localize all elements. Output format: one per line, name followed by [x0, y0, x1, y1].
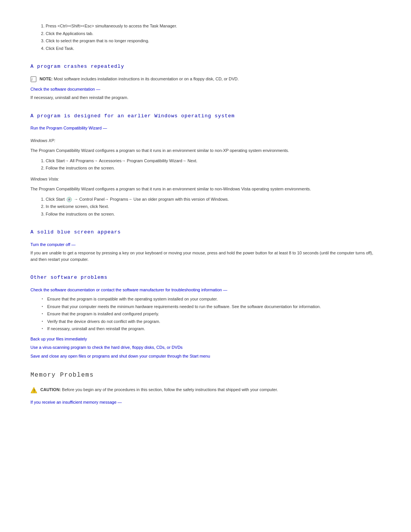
backup-files-link[interactable]: Back up your files immediately — [30, 337, 87, 341]
other-software-section: Other software problems Check the softwa… — [30, 274, 381, 359]
turn-off-link-row: Turn the computer off — [30, 241, 381, 248]
vista-step-2: In the welcome screen, click Next. — [46, 203, 381, 210]
svg-text:!: ! — [33, 389, 35, 393]
xp-step-1: Click Start→ All Programs→ Accessories→ … — [46, 158, 381, 164]
earlier-windows-section: A program is designed for an earlier Win… — [30, 112, 381, 217]
turn-off-link[interactable]: Turn the computer off — [30, 242, 76, 247]
intro-step-4: Click End Task. — [46, 45, 381, 52]
xp-steps-list: Click Start→ All Programs→ Accessories→ … — [46, 158, 381, 171]
intro-step-2: Click the Applications tab. — [46, 30, 381, 37]
note-icon: i — [30, 76, 37, 82]
program-crashes-body: If necessary, uninstall and then reinsta… — [30, 94, 381, 101]
insufficient-memory-link-row: If you receive an insufficient memory me… — [30, 399, 381, 406]
check-software-doc-link[interactable]: Check the software documentation — [30, 87, 100, 91]
intro-step-1: Press <Ctrl><Shift><Esc> simultaneously … — [46, 23, 381, 29]
vista-step-3: Follow the instructions on the screen. — [46, 211, 381, 217]
other-software-title: Other software problems — [30, 274, 381, 281]
xp-subsection: Windows XP: The Program Compatibility Wi… — [30, 137, 381, 171]
program-crashes-section: A program crashes repeatedly i NOTE: NOT… — [30, 63, 381, 101]
caution-icon: ! — [30, 387, 37, 394]
bullet-3: Ensure that the program is installed and… — [42, 311, 381, 317]
earlier-windows-title: A program is designed for an earlier Win… — [30, 112, 381, 120]
bullet-1: Ensure that the program is compatible wi… — [42, 296, 381, 302]
intro-section: Press <Ctrl><Shift><Esc> simultaneously … — [30, 23, 381, 51]
vista-body: The Program Compatibility Wizard configu… — [30, 186, 381, 192]
windows-logo-icon — [67, 197, 72, 202]
compatibility-wizard-link-row: Run the Program Compatibility Wizard — [30, 125, 381, 131]
vista-label: Windows Vista: — [30, 176, 381, 182]
backup-files-link-row: Back up your files immediately — [30, 336, 381, 342]
virus-scan-link-row: Use a virus-scanning program to check th… — [30, 344, 381, 351]
blue-screen-title: A solid blue screen appears — [30, 228, 381, 236]
bullet-2: Ensure that your computer meets the mini… — [42, 304, 381, 310]
xp-label: Windows XP: — [30, 137, 381, 144]
save-close-link[interactable]: Save and close any open files or program… — [30, 354, 210, 358]
blue-screen-body: If you are unable to get a response by p… — [30, 250, 381, 262]
virus-scan-link[interactable]: Use a virus-scanning program to check th… — [30, 345, 183, 350]
memory-problems-title: Memory Problems — [30, 371, 381, 380]
intro-step-3: Click to select the program that is no l… — [46, 38, 381, 44]
vista-steps-list: Click Start → Control Panel→ Programs→ U… — [46, 196, 381, 217]
bullet-4: Verify that the device drivers do not co… — [42, 318, 381, 325]
vista-subsection: Windows Vista: The Program Compatibility… — [30, 176, 381, 217]
check-doc-link[interactable]: Check the software documentation or cont… — [30, 288, 227, 292]
compatibility-wizard-link[interactable]: Run the Program Compatibility Wizard — [30, 126, 107, 130]
program-crashes-title: A program crashes repeatedly — [30, 63, 381, 70]
memory-problems-section: Memory Problems ! CAUTION: Before you be… — [30, 371, 381, 406]
check-doc-link-row: Check the software documentation or cont… — [30, 287, 381, 293]
other-software-bullets: Ensure that the program is compatible wi… — [42, 296, 381, 332]
xp-step-2: Follow the instructions on the screen. — [46, 165, 381, 171]
check-software-doc-link-row: Check the software documentation — [30, 86, 381, 93]
note-box: i NOTE: NOTE: Most software includes ins… — [30, 76, 381, 82]
svg-text:i: i — [32, 77, 33, 81]
caution-text: CAUTION: Before you begin any of the pro… — [40, 387, 278, 393]
blue-screen-section: A solid blue screen appears Turn the com… — [30, 228, 381, 262]
caution-box: ! CAUTION: Before you begin any of the p… — [30, 387, 381, 394]
note-text: NOTE: NOTE: Most software includes insta… — [40, 76, 239, 82]
xp-body: The Program Compatibility Wizard configu… — [30, 147, 381, 154]
intro-steps-list: Press <Ctrl><Shift><Esc> simultaneously … — [46, 23, 381, 51]
vista-step-1: Click Start → Control Panel→ Programs→ U… — [46, 196, 381, 203]
insufficient-memory-link[interactable]: If you receive an insufficient memory me… — [30, 400, 122, 404]
save-close-link-row: Save and close any open files or program… — [30, 353, 381, 359]
bullet-5: If necessary, uninstall and then reinsta… — [42, 326, 381, 332]
